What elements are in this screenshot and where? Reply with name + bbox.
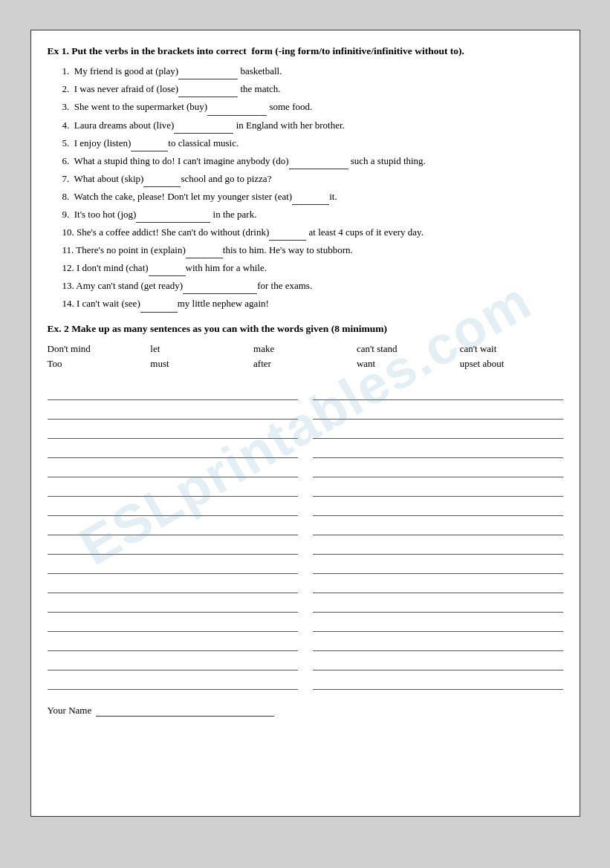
- blank-11: [186, 247, 223, 258]
- line-10b[interactable]: [313, 555, 563, 574]
- line-15a[interactable]: [48, 651, 298, 670]
- line-7a[interactable]: [48, 497, 298, 516]
- word-6: Too: [48, 357, 151, 371]
- blank-1: [178, 68, 238, 79]
- blank-13: [183, 282, 257, 294]
- writing-row-1: [48, 381, 563, 400]
- ex1-item-10: 10. She's a coffee addict! She can't do …: [62, 224, 563, 241]
- line-1a[interactable]: [48, 381, 298, 400]
- writing-row-13: [48, 613, 563, 632]
- ex1-item-11: 11. There's no point in (explain)this to…: [62, 242, 563, 258]
- name-line: Your Name: [48, 703, 563, 717]
- writing-row-8: [48, 516, 563, 535]
- ex1-item-12: 12. I don't mind (chat)with him for a wh…: [62, 260, 563, 276]
- blank-9: [136, 211, 210, 223]
- line-13a[interactable]: [48, 613, 298, 632]
- word-4: can't stand: [357, 342, 460, 356]
- word-2: let: [150, 342, 253, 356]
- name-input-line[interactable]: [96, 703, 274, 717]
- line-10a[interactable]: [48, 555, 298, 574]
- writing-row-4: [48, 439, 563, 458]
- line-7b[interactable]: [313, 497, 563, 516]
- line-8a[interactable]: [48, 516, 298, 535]
- line-11b[interactable]: [313, 574, 563, 593]
- ex1-item-4: 4. Laura dreams about (live) in England …: [62, 117, 563, 134]
- word-10: upset about: [460, 357, 563, 371]
- word-3: make: [253, 342, 357, 356]
- line-16a[interactable]: [48, 670, 298, 690]
- writing-row-9: [48, 535, 563, 555]
- line-5b[interactable]: [313, 458, 563, 477]
- line-9a[interactable]: [48, 535, 298, 555]
- blank-10: [269, 229, 306, 241]
- line-14b[interactable]: [313, 632, 563, 651]
- ex1-item-14: 14. I can't wait (see)my little nephew a…: [62, 296, 563, 312]
- worksheet: ESLprintables.com Ex 1. Put the verbs in…: [30, 30, 580, 817]
- line-8b[interactable]: [313, 516, 563, 535]
- blank-2: [178, 85, 238, 97]
- writing-row-5: [48, 458, 563, 477]
- line-1b[interactable]: [313, 381, 563, 400]
- blank-3: [207, 104, 267, 116]
- line-3a[interactable]: [48, 420, 298, 439]
- blank-12: [149, 264, 186, 276]
- ex1-item-6: 6. What a stupid thing to do! I can't im…: [62, 153, 563, 169]
- blank-5: [131, 140, 168, 151]
- ex1-item-1: 1. My friend is good at (play) basketbal…: [62, 63, 563, 79]
- line-4a[interactable]: [48, 439, 298, 458]
- writing-row-6: [48, 477, 563, 497]
- ex1-title: Ex 1. Put the verbs in the brackets into…: [48, 44, 563, 59]
- writing-row-3: [48, 420, 563, 439]
- word-5: can't wait: [460, 342, 563, 356]
- writing-row-11: [48, 574, 563, 593]
- blank-14: [140, 301, 178, 313]
- writing-row-12: [48, 593, 563, 613]
- ex1-item-13: 13. Amy can't stand (get ready)for the e…: [62, 278, 563, 294]
- writing-lines: [48, 381, 563, 690]
- ex2-title: Ex. 2 Make up as many sentences as you c…: [48, 323, 563, 335]
- blank-7: [143, 175, 181, 187]
- writing-row-10: [48, 555, 563, 574]
- word-7: must: [150, 357, 253, 371]
- line-11a[interactable]: [48, 574, 298, 593]
- ex1-item-8: 8. Watch the cake, please! Don't let my …: [62, 189, 563, 205]
- ex1-item-7: 7. What about (skip)school and go to piz…: [62, 171, 563, 187]
- word-9: want: [357, 357, 460, 371]
- name-label: Your Name: [48, 705, 92, 717]
- line-6b[interactable]: [313, 477, 563, 497]
- word-8: after: [253, 357, 357, 371]
- ex1-item-3: 3. She went to the supermarket (buy) som…: [62, 99, 563, 115]
- ex1-items: 1. My friend is good at (play) basketbal…: [48, 63, 563, 312]
- line-2a[interactable]: [48, 400, 298, 420]
- writing-row-14: [48, 632, 563, 651]
- writing-row-2: [48, 400, 563, 420]
- line-14a[interactable]: [48, 632, 298, 651]
- line-15b[interactable]: [313, 651, 563, 670]
- line-6a[interactable]: [48, 477, 298, 497]
- line-13b[interactable]: [313, 613, 563, 632]
- line-3b[interactable]: [313, 420, 563, 439]
- line-12a[interactable]: [48, 593, 298, 613]
- blank-6: [289, 157, 348, 169]
- word-bank: Don't mind let make can't stand can't wa…: [48, 342, 563, 371]
- line-2b[interactable]: [313, 400, 563, 420]
- blank-4: [174, 122, 233, 134]
- line-9b[interactable]: [313, 535, 563, 555]
- writing-row-16: [48, 670, 563, 690]
- word-1: Don't mind: [48, 342, 151, 356]
- blank-8: [292, 193, 329, 205]
- line-5a[interactable]: [48, 458, 298, 477]
- writing-row-7: [48, 497, 563, 516]
- ex1-item-2: 2. I was never afraid of (lose) the matc…: [62, 81, 563, 97]
- writing-row-15: [48, 651, 563, 670]
- line-12b[interactable]: [313, 593, 563, 613]
- line-4b[interactable]: [313, 439, 563, 458]
- ex1-item-5: 5. I enjoy (listen)to classical music.: [62, 135, 563, 151]
- line-16b[interactable]: [313, 670, 563, 690]
- ex1-item-9: 9. It's too hot (jog) in the park.: [62, 206, 563, 223]
